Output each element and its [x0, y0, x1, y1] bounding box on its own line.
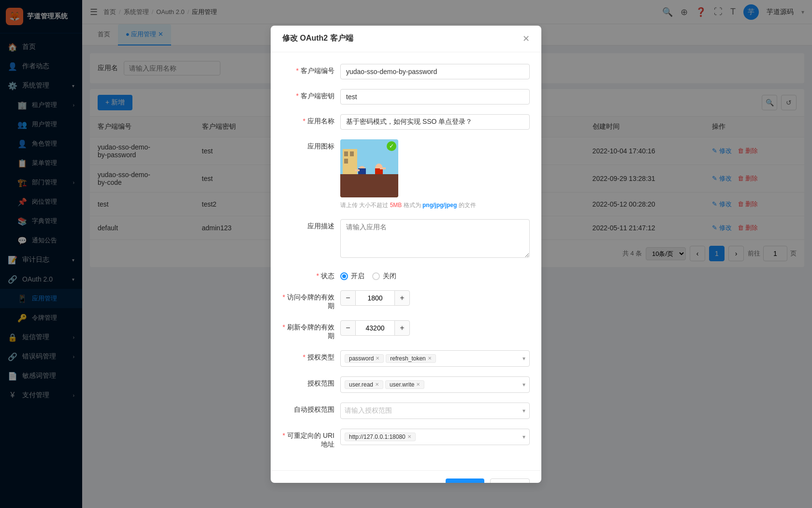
app-desc-label: 应用描述: [282, 219, 340, 231]
access-token-control: − +: [340, 290, 530, 306]
scope-control: user.read ✕ user.write ✕ ▾: [340, 376, 530, 393]
redirect-uri-dropdown-icon: ▾: [522, 433, 525, 440]
app-desc-textarea[interactable]: [340, 219, 530, 258]
app-desc-control: [340, 219, 530, 259]
access-token-number-input: − +: [340, 290, 530, 306]
form-item-access-token: 访问令牌的有效期 − +: [282, 290, 530, 311]
grant-type-dropdown-icon: ▾: [522, 355, 525, 362]
form-item-redirect-uri: 可重定向的 URI 地址 http://127.0.0.1:18080 ✕ ▾: [282, 429, 530, 449]
svg-rect-10: [355, 169, 360, 171]
form-item-app-icon: 应用图标: [282, 139, 530, 209]
modal-close-button[interactable]: ✕: [522, 33, 530, 44]
status-on-radio[interactable]: 开启: [340, 272, 364, 281]
auto-scope-label: 自动授权范围: [282, 403, 340, 414]
refresh-token-control: − +: [340, 320, 530, 336]
access-token-increment-button[interactable]: +: [394, 290, 410, 306]
form-item-refresh-token: 刷新令牌的有效期 − +: [282, 320, 530, 341]
redirect-uri-tags: http://127.0.0.1:18080 ✕: [345, 433, 522, 441]
modal-overlay: 修改 OAuth2 客户端 ✕ 客户端编号 客户端密钥 应用名称: [0, 0, 812, 508]
confirm-button[interactable]: 确 定: [446, 478, 484, 483]
redirect-uri-control: http://127.0.0.1:18080 ✕ ▾: [340, 429, 530, 445]
app-name-control: [340, 114, 530, 130]
modal-title: 修改 OAuth2 客户端: [282, 33, 353, 44]
remove-password-icon[interactable]: ✕: [376, 356, 379, 361]
grant-type-select[interactable]: password ✕ refresh_token ✕ ▾: [340, 350, 530, 367]
grant-tag-refresh: refresh_token ✕: [386, 354, 435, 363]
upload-area[interactable]: ✓: [340, 139, 398, 197]
redirect-uri-select[interactable]: http://127.0.0.1:18080 ✕ ▾: [340, 429, 530, 445]
form-item-app-desc: 应用描述: [282, 219, 530, 259]
upload-formats: png/jpg/jpeg: [422, 202, 457, 209]
scope-dropdown-icon: ▾: [522, 381, 525, 388]
upload-check-icon: ✓: [387, 141, 396, 151]
svg-rect-9: [375, 168, 383, 180]
client-id-input[interactable]: [340, 64, 530, 79]
remove-uri-icon[interactable]: ✕: [407, 434, 411, 439]
scope-select[interactable]: user.read ✕ user.write ✕ ▾: [340, 376, 530, 393]
form-item-scope: 授权范围 user.read ✕ user.write ✕ ▾: [282, 376, 530, 393]
svg-rect-11: [380, 167, 386, 169]
status-off-radio[interactable]: 关闭: [372, 272, 396, 281]
access-token-value-input[interactable]: [356, 290, 394, 306]
app-icon-control: ✓ 请上传 大小不超过 5MB 格式为 png/jpg/jpeg 的文件: [340, 139, 530, 209]
scope-tag-read: user.read ✕: [345, 380, 383, 389]
client-secret-control: [340, 89, 530, 105]
form-item-grant-type: 授权类型 password ✕ refresh_token ✕ ▾: [282, 350, 530, 367]
redirect-uri-tag: http://127.0.0.1:18080 ✕: [345, 433, 416, 441]
auto-scope-tags: 请输入授权范围: [345, 406, 522, 415]
client-id-label: 客户端编号: [282, 64, 340, 75]
auto-scope-dropdown-icon: ▾: [522, 407, 525, 414]
access-token-decrement-button[interactable]: −: [340, 290, 356, 306]
grant-tag-password: password ✕: [345, 354, 384, 363]
client-id-control: [340, 64, 530, 79]
grant-type-control: password ✕ refresh_token ✕ ▾: [340, 350, 530, 367]
radio-off-circle: [372, 272, 380, 280]
status-on-label: 开启: [351, 272, 364, 281]
modal-footer: 确 定 取 消: [271, 470, 541, 483]
refresh-token-increment-button[interactable]: +: [394, 320, 410, 336]
grant-type-tags: password ✕ refresh_token ✕: [345, 354, 522, 363]
status-radio-group: 开启 关闭: [340, 269, 530, 281]
client-secret-label: 客户端密钥: [282, 89, 340, 101]
modal-header: 修改 OAuth2 客户端 ✕: [271, 26, 541, 52]
app-icon-label: 应用图标: [282, 139, 340, 151]
remove-read-icon[interactable]: ✕: [375, 382, 379, 387]
app-name-input[interactable]: [340, 114, 530, 130]
auto-scope-placeholder: 请输入授权范围: [345, 406, 392, 415]
refresh-token-label: 刷新令牌的有效期: [282, 320, 340, 341]
scope-label: 授权范围: [282, 376, 340, 388]
status-control: 开启 关闭: [340, 269, 530, 281]
svg-rect-5: [344, 159, 348, 164]
status-label: 状态: [282, 269, 340, 281]
form-item-client-secret: 客户端密钥: [282, 89, 530, 105]
svg-rect-1: [340, 178, 398, 197]
remove-refresh-icon[interactable]: ✕: [428, 356, 432, 361]
refresh-token-decrement-button[interactable]: −: [340, 320, 356, 336]
remove-write-icon[interactable]: ✕: [416, 382, 420, 387]
refresh-token-value-input[interactable]: [356, 320, 394, 336]
access-token-label: 访问令牌的有效期: [282, 290, 340, 311]
redirect-uri-label: 可重定向的 URI 地址: [282, 429, 340, 449]
status-off-label: 关闭: [383, 272, 396, 281]
form-item-client-id: 客户端编号: [282, 64, 530, 79]
svg-rect-4: [350, 151, 354, 156]
upload-size: 5MB: [390, 202, 402, 209]
form-item-status: 状态 开启 关闭: [282, 269, 530, 281]
svg-rect-3: [344, 151, 348, 156]
client-secret-input[interactable]: [340, 89, 530, 105]
form-item-app-name: 应用名称: [282, 114, 530, 130]
cancel-button[interactable]: 取 消: [490, 478, 530, 483]
form-item-auto-scope: 自动授权范围 请输入授权范围 ▾: [282, 403, 530, 419]
scope-tags: user.read ✕ user.write ✕: [345, 380, 522, 389]
refresh-token-number-input: − +: [340, 320, 530, 336]
grant-type-label: 授权类型: [282, 350, 340, 362]
upload-hint: 请上传 大小不超过 5MB 格式为 png/jpg/jpeg 的文件: [340, 201, 530, 209]
modal-dialog: 修改 OAuth2 客户端 ✕ 客户端编号 客户端密钥 应用名称: [271, 26, 541, 483]
radio-on-circle: [340, 272, 348, 280]
app-name-label: 应用名称: [282, 114, 340, 126]
scope-tag-write: user.write ✕: [385, 380, 424, 389]
auto-scope-select[interactable]: 请输入授权范围 ▾: [340, 403, 530, 419]
auto-scope-control: 请输入授权范围 ▾: [340, 403, 530, 419]
modal-body: 客户端编号 客户端密钥 应用名称 应用图标: [271, 52, 541, 470]
